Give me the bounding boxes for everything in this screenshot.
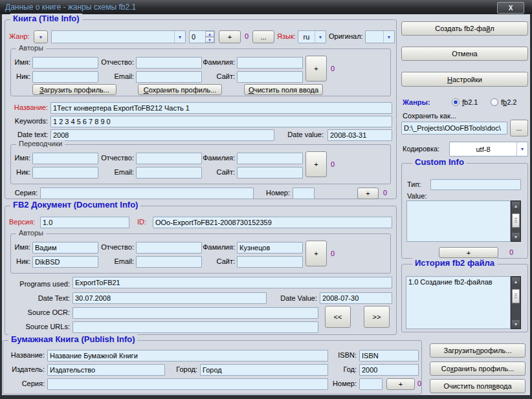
publisher-field[interactable] [47, 364, 165, 376]
fb21-radio[interactable] [452, 98, 460, 106]
chevron-down-icon[interactable]: ▼ [516, 142, 527, 156]
scrollbar-thumb[interactable] [512, 289, 520, 303]
fb21-radio-label[interactable]: fb2.1 [462, 98, 478, 106]
first-name-field[interactable] [32, 57, 98, 69]
title-info-header: Книга (Title Info) [10, 14, 82, 23]
load-profile-button[interactable]: Загрузить профиль... [430, 343, 526, 358]
language-label: Язык: [277, 32, 296, 40]
save-as-browse-button[interactable]: ... [510, 120, 528, 136]
keywords-field[interactable] [50, 116, 392, 127]
doc-date-text-label: Date Text: [6, 294, 70, 302]
genre-dropdown-button[interactable]: ▼ [34, 30, 48, 43]
chevron-down-icon[interactable]: ▼ [383, 31, 394, 43]
save-as-field[interactable] [401, 122, 507, 135]
site-field[interactable] [237, 167, 303, 178]
year-field[interactable] [359, 364, 419, 376]
add-genre-button[interactable]: + [219, 30, 241, 43]
doc-date-value-field[interactable] [320, 292, 392, 304]
id-field[interactable] [153, 217, 392, 228]
email-field[interactable] [136, 71, 202, 83]
site-field[interactable] [237, 256, 303, 268]
original-combobox[interactable]: ▼ [365, 30, 395, 43]
title-authors-header: Авторы [16, 44, 46, 52]
genre-label: Жанр: [9, 32, 30, 40]
genre-index-stepper[interactable]: 0 ▲ ▼ [189, 30, 215, 43]
chevron-down-icon[interactable]: ▼ [174, 31, 185, 43]
middle-name-label: Отчество: [99, 243, 134, 251]
version-field[interactable] [40, 217, 129, 228]
history-scrollbar[interactable]: ▲ ▼ [511, 276, 521, 329]
pub-number-field[interactable] [359, 378, 382, 390]
scroll-down-icon[interactable]: ▼ [512, 233, 520, 241]
last-name-field[interactable] [237, 153, 303, 164]
add-series-button[interactable]: + [357, 188, 379, 199]
first-name-field[interactable] [32, 153, 98, 164]
clear-fields-button[interactable]: Очистить поля ввода [244, 84, 323, 95]
encoding-combobox[interactable]: utf-8 ▼ [449, 142, 528, 156]
book-title-field[interactable] [50, 102, 392, 114]
version-label: Версия: [9, 218, 35, 226]
load-profile-button[interactable]: Загрузить профиль... [32, 84, 116, 95]
chevron-down-icon[interactable]: ▼ [315, 31, 326, 43]
series-field[interactable] [40, 188, 254, 199]
add-author-button[interactable]: + [305, 56, 327, 81]
pub-number-label: Номер: [326, 380, 357, 387]
date-text-field[interactable] [50, 129, 274, 141]
city-field[interactable] [200, 364, 328, 376]
isbn-field[interactable] [359, 350, 419, 361]
language-value: ru [298, 31, 315, 43]
spin-up-icon[interactable]: ▲ [205, 31, 214, 37]
save-profile-button[interactable]: Сохранить профиль... [138, 84, 222, 95]
doc-date-text-field[interactable] [72, 292, 267, 304]
nick-field[interactable] [32, 256, 98, 268]
add-translator-button[interactable]: + [305, 151, 327, 177]
cancel-button[interactable]: Отмена [401, 47, 528, 61]
prev-button[interactable]: << [325, 306, 351, 328]
genres-scheme-label: Жанры: [403, 98, 430, 106]
custom-value-scrollbar[interactable]: ▲ ▼ [511, 200, 521, 242]
programs-used-field[interactable] [72, 277, 392, 288]
first-name-field[interactable] [32, 242, 98, 253]
series-number-field[interactable] [293, 188, 315, 199]
last-name-field[interactable] [237, 242, 303, 253]
source-ocr-field[interactable] [72, 307, 318, 319]
nick-field[interactable] [32, 71, 98, 83]
genre-combobox[interactable]: ▼ [51, 30, 186, 43]
custom-value-textarea[interactable] [406, 200, 511, 242]
pub-title-field[interactable] [47, 350, 328, 361]
close-button[interactable]: X [497, 2, 524, 14]
save-profile-button[interactable]: Сохранить профиль... [430, 361, 526, 376]
nick-field[interactable] [32, 167, 98, 178]
custom-type-field[interactable] [430, 179, 521, 190]
add-custom-info-button[interactable]: + [439, 247, 498, 258]
scroll-up-icon[interactable]: ▲ [512, 202, 520, 210]
middle-name-field[interactable] [136, 242, 202, 253]
scroll-down-icon[interactable]: ▼ [512, 320, 520, 328]
source-urls-field[interactable] [72, 321, 318, 333]
fb22-radio-label[interactable]: fb2.2 [501, 98, 516, 106]
dialog-window: Данные о книге - жанры схемы fb2.1 X Кни… [0, 0, 532, 399]
history-textarea[interactable] [406, 276, 511, 329]
email-field[interactable] [136, 167, 202, 178]
clear-fields-button[interactable]: Очистить поля ввода [430, 379, 526, 393]
scroll-up-icon[interactable]: ▲ [512, 277, 520, 285]
date-value-field[interactable] [327, 129, 392, 141]
add-doc-author-button[interactable]: + [305, 241, 327, 266]
middle-name-field[interactable] [136, 153, 202, 164]
scrollbar-thumb[interactable] [512, 213, 520, 228]
genre-browse-button[interactable]: ... [252, 30, 274, 43]
keywords-label: Keywords: [8, 117, 48, 125]
site-field[interactable] [237, 71, 303, 83]
add-pub-series-button[interactable]: + [386, 378, 415, 390]
language-combobox[interactable]: ru ▼ [298, 30, 326, 43]
next-button[interactable]: >> [364, 306, 390, 328]
fb22-radio[interactable] [491, 98, 498, 106]
last-name-field[interactable] [237, 57, 303, 69]
settings-button[interactable]: Настройки [401, 72, 528, 87]
pub-series-field[interactable] [47, 378, 328, 390]
spin-down-icon[interactable]: ▼ [205, 37, 214, 43]
title-authors-group: Авторы Имя: Отчество: Фамилия: Ник: Emai… [10, 49, 391, 96]
middle-name-field[interactable] [136, 57, 202, 69]
create-fb2-button[interactable]: Создать fb2-файл [401, 21, 528, 36]
email-field[interactable] [136, 256, 202, 268]
